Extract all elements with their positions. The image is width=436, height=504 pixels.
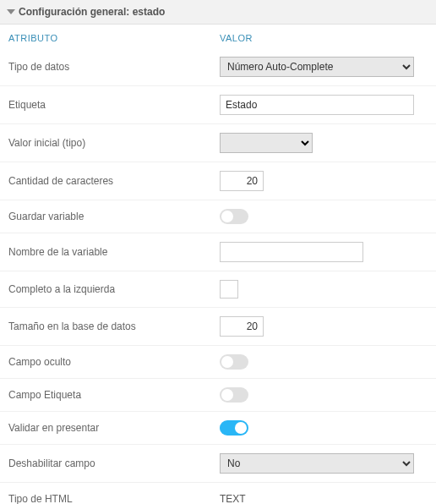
row-guardar-var: Guardar variable — [0, 200, 436, 233]
label-campo-etiqueta: Campo Etiqueta — [8, 389, 220, 401]
row-deshabilitar: Deshabilitar campo No — [0, 445, 436, 483]
input-nombre-var[interactable] — [220, 242, 363, 262]
label-etiqueta: Etiqueta — [8, 99, 220, 111]
input-etiqueta[interactable] — [220, 95, 414, 115]
label-tamano-db: Tamaño en la base de datos — [8, 320, 220, 332]
row-data-type: Tipo de datos Número Auto-Complete — [0, 48, 436, 86]
label-nombre-var: Nombre de la variable — [8, 246, 220, 258]
row-campo-etiqueta: Campo Etiqueta — [0, 379, 436, 412]
config-panel: Configuración general: estado ATRIBUTO V… — [0, 0, 436, 504]
row-campo-oculto: Campo oculto — [0, 346, 436, 379]
label-tipo-html: Tipo de HTML — [8, 493, 220, 505]
collapse-icon — [7, 9, 15, 14]
check-completo-izq[interactable] — [220, 280, 238, 299]
label-data-type: Tipo de datos — [8, 61, 220, 73]
select-valor-inicial[interactable] — [220, 133, 313, 153]
toggle-validar-presentar[interactable] — [220, 420, 248, 436]
label-deshabilitar: Deshabilitar campo — [8, 457, 220, 469]
row-completo-izq: Completo a la izquierda — [0, 271, 436, 308]
row-nombre-var: Nombre de la variable — [0, 233, 436, 271]
label-cantidad-chars: Cantidad de caracteres — [8, 175, 220, 187]
row-tipo-html: Tipo de HTML TEXT — [0, 483, 436, 504]
select-data-type[interactable]: Número Auto-Complete — [220, 57, 414, 77]
row-tamano-db: Tamaño en la base de datos — [0, 308, 436, 346]
label-completo-izq: Completo a la izquierda — [8, 283, 220, 295]
panel-header[interactable]: Configuración general: estado — [0, 0, 436, 25]
panel-title: Configuración general: estado — [19, 6, 165, 18]
label-campo-oculto: Campo oculto — [8, 356, 220, 368]
toggle-guardar-var[interactable] — [220, 209, 248, 224]
input-tamano-db[interactable] — [220, 316, 264, 337]
col-attr-header: ATRIBUTO — [8, 33, 220, 43]
select-deshabilitar[interactable]: No — [220, 453, 414, 474]
row-etiqueta: Etiqueta — [0, 86, 436, 124]
row-cantidad-chars: Cantidad de caracteres — [0, 162, 436, 200]
label-validar-presentar: Validar en presentar — [8, 422, 220, 434]
toggle-campo-oculto[interactable] — [220, 354, 248, 370]
input-cantidad-chars[interactable] — [220, 171, 264, 191]
toggle-campo-etiqueta[interactable] — [220, 387, 248, 403]
label-valor-inicial: Valor inicial (tipo) — [8, 137, 220, 149]
value-tipo-html: TEXT — [220, 493, 246, 505]
column-headers: ATRIBUTO VALOR — [0, 25, 436, 48]
label-guardar-var: Guardar variable — [8, 211, 220, 222]
row-valor-inicial: Valor inicial (tipo) — [0, 124, 436, 162]
row-validar-presentar: Validar en presentar — [0, 412, 436, 445]
col-val-header: VALOR — [220, 33, 253, 43]
